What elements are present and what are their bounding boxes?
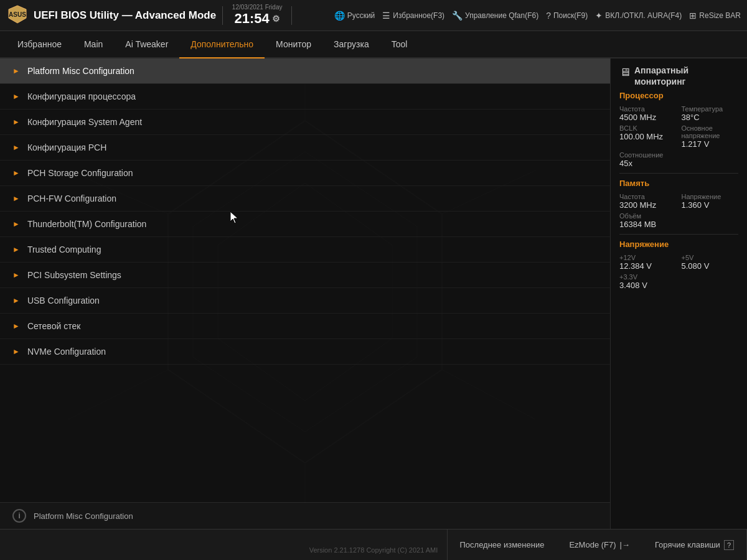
svg-line-7 (442, 370, 535, 419)
menu-label-nvme-config: NVMe Configuration (27, 347, 106, 357)
tool-search[interactable]: ? Поиск(F9) (546, 11, 588, 21)
cpu-temp-stat: Температура 38°C (682, 105, 739, 122)
arrow-network-stack: ► (12, 322, 20, 330)
cpu-temp-label: Температура (682, 105, 739, 113)
v5-stat: +5V 5.080 V (682, 254, 739, 271)
language-icon: 🌐 (334, 11, 345, 21)
sidebar-main-title: Аппаратный мониторинг (634, 65, 738, 87)
menu-item-usb-config[interactable]: ► USB Configuration (0, 288, 610, 314)
arrow-pci-subsystem: ► (12, 271, 20, 279)
nav-monitor[interactable]: Монитор (265, 31, 322, 58)
menu-item-system-agent[interactable]: ► Конфигурация System Agent (0, 110, 610, 135)
menu-label-cpu-config: Конфигурация процессора (27, 91, 136, 101)
divider-1 (619, 173, 738, 174)
section-title-memory: Память (619, 179, 738, 188)
mem-voltage-stat: Напряжение 1.360 V (682, 193, 739, 210)
menu-item-thunderbolt[interactable]: ► Thunderbolt(TM) Configuration (0, 212, 610, 237)
nav-tool[interactable]: Tool (380, 31, 419, 58)
top-divider-2 (291, 6, 292, 25)
arrow-cpu-config: ► (12, 92, 20, 101)
arrow-pch-storage: ► (12, 169, 20, 177)
arrow-usb-config: ► (12, 296, 20, 305)
menu-item-nvme-config[interactable]: ► NVMe Configuration (0, 339, 610, 365)
nav-favorites[interactable]: Избранное (6, 31, 73, 58)
tool-aura[interactable]: ✦ ВКЛ./ОТКЛ. AURA(F4) (595, 11, 682, 21)
menu-label-network-stack: Сетевой стек (27, 321, 80, 331)
settings-icon[interactable]: ⚙ (272, 14, 280, 24)
svg-line-9 (68, 370, 168, 419)
resize-label: ReSize BAR (699, 11, 741, 20)
mem-freq-label: Частота (619, 193, 677, 200)
menu-label-pci-subsystem: PCI Subsystem Settings (27, 270, 121, 280)
section-title-processor: Процессор (619, 91, 738, 100)
menu-item-trusted-computing[interactable]: ► Trusted Computing (0, 237, 610, 263)
qfan-icon: 🔧 (452, 11, 463, 21)
menu-item-pch-config[interactable]: ► Конфигурация PCH (0, 135, 610, 161)
arrow-pch-fw: ► (12, 194, 20, 203)
resize-icon: ⊞ (689, 11, 697, 21)
menu-item-platform-misc[interactable]: ► Platform Misc Configuration (0, 58, 610, 84)
menu-item-network-stack[interactable]: ► Сетевой стек (0, 314, 610, 339)
v5-label: +5V (682, 254, 739, 261)
top-tools: 🌐 Русский ☰ Избранное(F3) 🔧 Управление Q… (334, 11, 741, 21)
date-display: 12/03/2021 Friday (232, 4, 283, 11)
right-sidebar: 🖥 Аппаратный мониторинг Процессор Частот… (610, 58, 747, 529)
search-label: Поиск(F9) (553, 11, 588, 20)
cpu-freq-stat: Частота 4500 MHz (619, 105, 677, 122)
arrow-pch-config: ► (12, 143, 20, 152)
top-divider-1 (222, 6, 223, 25)
processor-stats: Частота 4500 MHz Температура 38°C BCLK 1… (619, 105, 738, 168)
sidebar-header: 🖥 Аппаратный мониторинг (619, 65, 738, 87)
v12-label: +12V (619, 254, 677, 261)
nav-ai-tweaker[interactable]: Ai Tweaker (114, 31, 179, 58)
menu-label-pch-fw: PCH-FW Configuration (27, 194, 116, 203)
aura-icon: ✦ (595, 11, 603, 21)
tool-resize-bar[interactable]: ⊞ ReSize BAR (689, 11, 741, 21)
menu-label-usb-config: USB Configuration (27, 296, 100, 306)
menu-item-pch-fw[interactable]: ► PCH-FW Configuration (0, 186, 610, 212)
mem-voltage-value: 1.360 V (682, 200, 739, 210)
logo-area: ASUS UEFI BIOS Utility — Advanced Mode (6, 4, 216, 27)
arrow-thunderbolt: ► (12, 220, 20, 228)
menu-item-pci-subsystem[interactable]: ► PCI Subsystem Settings (0, 263, 610, 288)
favorites-label: Избранное(F3) (393, 11, 444, 20)
menu-item-pch-storage[interactable]: ► PCH Storage Configuration (0, 161, 610, 186)
v12-value: 12.384 V (619, 261, 677, 271)
qfan-label: Управление Qfan(F6) (465, 11, 538, 20)
tool-language[interactable]: 🌐 Русский (334, 11, 375, 21)
ratio-value: 45x (619, 159, 738, 168)
bclk-value: 100.00 MHz (619, 132, 677, 141)
arrow-nvme-config: ► (12, 347, 20, 356)
nav-bar: Избранное Main Ai Tweaker Дополнительно … (0, 31, 747, 58)
nav-boot[interactable]: Загрузка (322, 31, 380, 58)
top-bar: ASUS UEFI BIOS Utility — Advanced Mode 1… (0, 0, 747, 31)
divider-2 (619, 234, 738, 235)
tool-favorites[interactable]: ☰ Избранное(F3) (382, 11, 444, 21)
mem-size-stat: Объём 16384 MB (619, 212, 738, 229)
menu-label-platform-misc: Platform Misc Configuration (27, 66, 134, 76)
info-icon: i (12, 509, 26, 523)
nav-advanced[interactable]: Дополнительно (179, 31, 265, 58)
datetime-area: 12/03/2021 Friday 21:54 ⚙ (229, 4, 285, 27)
menu-label-thunderbolt: Thunderbolt(TM) Configuration (27, 219, 146, 229)
v5-value: 5.080 V (682, 261, 739, 271)
menu-label-pch-storage: PCH Storage Configuration (27, 168, 133, 178)
menu-label-pch-config: Конфигурация PCH (27, 142, 106, 152)
svg-text:ASUS: ASUS (9, 11, 26, 18)
tool-qfan[interactable]: 🔧 Управление Qfan(F6) (452, 11, 538, 21)
bclk-stat: BCLK 100.00 MHz (619, 124, 677, 149)
mem-size-label: Объём (619, 212, 738, 220)
menu-list: ► Platform Misc Configuration ► Конфигур… (0, 58, 610, 365)
mem-size-value: 16384 MB (619, 220, 738, 229)
ratio-stat: Соотношение 45x (619, 151, 738, 168)
nav-main[interactable]: Main (73, 31, 114, 58)
ratio-label: Соотношение (619, 151, 738, 159)
menu-item-cpu-config[interactable]: ► Конфигурация процессора (0, 84, 610, 110)
v33-stat: +3.3V 3.408 V (619, 273, 738, 290)
asus-logo-icon: ASUS (6, 4, 29, 27)
cpu-freq-label: Частота (619, 105, 677, 113)
v12-stat: +12V 12.384 V (619, 254, 677, 271)
aura-label: ВКЛ./ОТКЛ. AURA(F4) (605, 11, 682, 20)
memory-stats: Частота 3200 MHz Напряжение 1.360 V Объё… (619, 193, 738, 229)
mem-voltage-label: Напряжение (682, 193, 739, 200)
